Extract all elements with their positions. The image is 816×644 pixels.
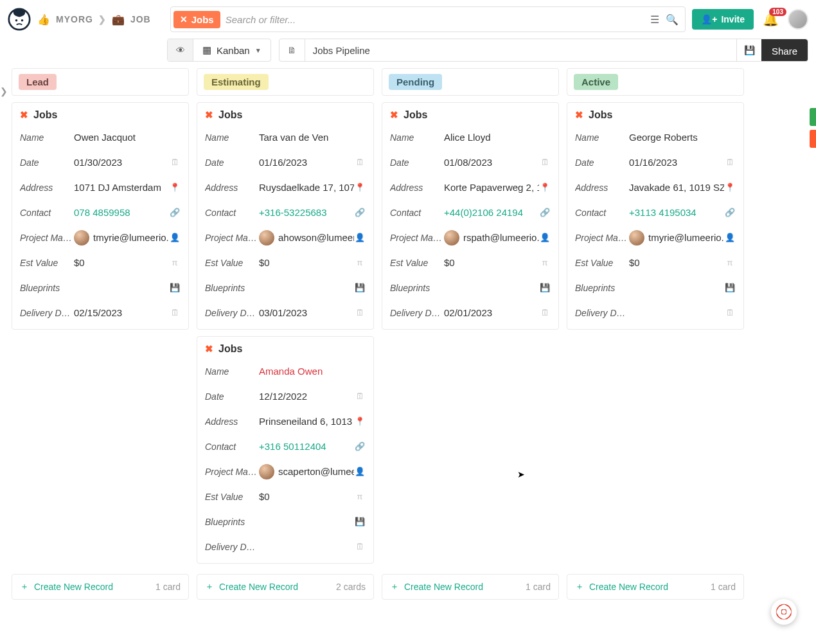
- add-view-button[interactable]: 🗎: [279, 39, 305, 61]
- field-row[interactable]: Address Korte Papaverweg 2, 1 📍: [385, 175, 556, 200]
- search-chip[interactable]: ✕ Jobs: [173, 11, 220, 28]
- job-card[interactable]: ✖ Jobs Name Tara van de Ven Date 01/16/2…: [197, 102, 374, 330]
- job-card[interactable]: ✖ Jobs Name George Roberts Date 01/16/20…: [567, 102, 744, 330]
- field-value: 02/01/2023: [444, 307, 539, 318]
- field-row[interactable]: Date 01/30/2023 🗓: [15, 150, 186, 175]
- column-header[interactable]: Estimating: [197, 68, 374, 96]
- field-row[interactable]: Contact +44(0)2106 24194 🔗: [385, 200, 556, 225]
- job-card[interactable]: ✖ Jobs Name Owen Jacquot Date 01/30/2023…: [12, 102, 189, 330]
- breadcrumb-org[interactable]: MYORG: [56, 14, 93, 24]
- save-icon: 💾: [744, 45, 755, 55]
- column-cards: ✖ Jobs Name Tara van de Ven Date 01/16/2…: [197, 102, 374, 570]
- field-row[interactable]: Est Value $0 π: [15, 250, 186, 275]
- search-bar[interactable]: ✕ Jobs ☰ 🔍: [170, 6, 686, 32]
- field-row[interactable]: Contact +316-53225683 🔗: [200, 200, 371, 225]
- field-row[interactable]: Blueprints 💾: [570, 275, 741, 300]
- field-row[interactable]: Project Manager ahowson@lumeeri 👤: [200, 225, 371, 250]
- field-row[interactable]: Delivery Date 02/01/2023 🗓: [385, 300, 556, 325]
- app-logo[interactable]: [8, 8, 31, 31]
- user-icon: 👤: [724, 233, 736, 242]
- field-row[interactable]: Name Owen Jacquot: [15, 125, 186, 150]
- field-row[interactable]: Delivery Date 🗓: [570, 300, 741, 325]
- invite-label: Invite: [721, 14, 745, 24]
- field-row[interactable]: Date 01/16/2023 🗓: [570, 150, 741, 175]
- field-label: Date: [20, 157, 74, 168]
- view-label: Kanban: [217, 45, 250, 56]
- field-row[interactable]: Blueprints 💾: [200, 275, 371, 300]
- field-row[interactable]: Date 01/16/2023 🗓: [200, 150, 371, 175]
- formula-icon: π: [354, 258, 366, 267]
- list-icon[interactable]: ☰: [650, 13, 659, 26]
- field-row[interactable]: Delivery Date 02/15/2023 🗓: [15, 300, 186, 325]
- field-row[interactable]: Delivery Date 🗓: [200, 534, 371, 559]
- pipeline-name[interactable]: Jobs Pipeline: [305, 39, 736, 61]
- side-tabs: [810, 108, 816, 148]
- tools-icon: ✖: [205, 109, 213, 121]
- column-header[interactable]: Lead: [12, 68, 189, 96]
- plus-icon: ＋: [575, 581, 584, 593]
- expand-sidebar-handle[interactable]: ❯: [0, 86, 8, 96]
- calendar-icon: 🗓: [169, 308, 181, 318]
- link-icon: 🔗: [354, 208, 366, 217]
- user-avatar[interactable]: [788, 9, 808, 30]
- field-row[interactable]: Project Manager rspath@lumeerio. 👤: [385, 225, 556, 250]
- side-tab-orange[interactable]: [810, 130, 816, 148]
- field-label: Name: [390, 132, 444, 143]
- column-header[interactable]: Pending: [382, 68, 559, 96]
- field-row[interactable]: Date 12/12/2022 🗓: [200, 384, 371, 409]
- field-row[interactable]: Est Value $0 π: [200, 250, 371, 275]
- column-header[interactable]: Active: [567, 68, 744, 96]
- notifications-button[interactable]: 🔔 103: [760, 12, 781, 27]
- field-row[interactable]: Name Amanda Owen: [200, 359, 371, 384]
- field-row[interactable]: Name George Roberts: [570, 125, 741, 150]
- field-row[interactable]: Contact +316 50112404 🔗: [200, 434, 371, 459]
- link-icon: 🔗: [724, 208, 736, 217]
- plus-icon: ＋: [390, 581, 399, 593]
- field-row[interactable]: Project Manager scaperton@lumee 👤: [200, 459, 371, 484]
- job-card[interactable]: ✖ Jobs Name Alice Lloyd Date 01/08/2023 …: [382, 102, 559, 330]
- field-row[interactable]: Est Value $0 π: [570, 250, 741, 275]
- field-row[interactable]: Blueprints 💾: [15, 275, 186, 300]
- create-record-button[interactable]: ＋ Create New Record: [205, 581, 298, 593]
- field-row[interactable]: Name Tara van de Ven: [200, 125, 371, 150]
- field-row[interactable]: Project Manager tmyrie@lumeerio. 👤: [15, 225, 186, 250]
- field-label: Contact: [575, 208, 629, 218]
- view-selector[interactable]: ▦ Kanban ▼: [193, 39, 271, 61]
- field-row[interactable]: Est Value $0 π: [385, 250, 556, 275]
- pm-avatar: [259, 464, 274, 479]
- visibility-toggle[interactable]: 👁: [168, 39, 193, 61]
- create-record-button[interactable]: ＋ Create New Record: [20, 581, 113, 593]
- card-title-label: Jobs: [589, 109, 612, 121]
- column-chip: Estimating: [204, 74, 269, 90]
- side-tab-green[interactable]: [810, 108, 816, 126]
- field-row[interactable]: Address Ruysdaelkade 17, 1072 📍: [200, 175, 371, 200]
- create-record-button[interactable]: ＋ Create New Record: [575, 581, 668, 593]
- card-count: 1 card: [526, 582, 551, 592]
- tools-icon: ✖: [575, 109, 583, 121]
- field-row[interactable]: Project Manager tmyrie@lumeerio. 👤: [570, 225, 741, 250]
- invite-button[interactable]: 👤+ Invite: [692, 9, 754, 30]
- field-row[interactable]: Contact +3113 4195034 🔗: [570, 200, 741, 225]
- save-view-button[interactable]: 💾: [736, 39, 762, 61]
- field-row[interactable]: Date 01/08/2023 🗓: [385, 150, 556, 175]
- search-input[interactable]: [226, 14, 651, 25]
- field-row[interactable]: Blueprints 💾: [200, 509, 371, 534]
- help-button[interactable]: [771, 599, 797, 625]
- field-row[interactable]: Blueprints 💾: [385, 275, 556, 300]
- search-icon[interactable]: 🔍: [666, 13, 679, 26]
- column-cards: ✖ Jobs Name Owen Jacquot Date 01/30/2023…: [12, 102, 189, 570]
- field-row[interactable]: Address Prinseneiland 6, 1013 📍: [200, 409, 371, 434]
- field-row[interactable]: Contact 078 4859958 🔗: [15, 200, 186, 225]
- breadcrumb-project[interactable]: JOB: [130, 14, 151, 24]
- file-icon: 💾: [539, 283, 551, 292]
- job-card[interactable]: ✖ Jobs Name Amanda Owen Date 12/12/2022 …: [197, 336, 374, 564]
- field-value: 01/16/2023: [629, 157, 724, 168]
- card-fields: Name Amanda Owen Date 12/12/2022 🗓 Addre…: [197, 359, 373, 563]
- field-row[interactable]: Delivery Date 03/01/2023 🗓: [200, 300, 371, 325]
- field-row[interactable]: Address Javakade 61, 1019 SZ 📍: [570, 175, 741, 200]
- field-row[interactable]: Est Value $0 π: [200, 484, 371, 509]
- create-record-button[interactable]: ＋ Create New Record: [390, 581, 483, 593]
- share-button[interactable]: Share: [761, 39, 808, 62]
- field-row[interactable]: Address 1071 DJ Amsterdam 📍: [15, 175, 186, 200]
- field-row[interactable]: Name Alice Lloyd: [385, 125, 556, 150]
